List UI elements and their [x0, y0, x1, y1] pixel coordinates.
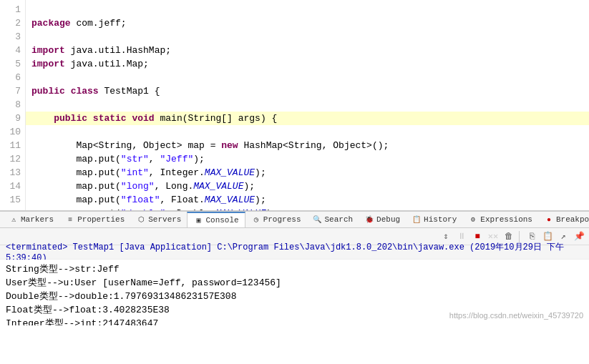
tab-search-label: Search	[324, 215, 353, 224]
tab-breakpoints[interactable]: ● Breakpoints	[538, 212, 589, 227]
code-editor[interactable]: 1 2 3 4 5 6 7 8 9 10 11 12 13 14 15 pack…	[0, 0, 589, 211]
console-area: ⇕ ⏸ ■ ✕✕ 🗑 ⎘ 📋 ↗ 📌 <terminated> TestMap1…	[0, 228, 589, 325]
watermark: https://blog.csdn.net/weixin_45739720	[449, 309, 583, 323]
search-icon: 🔍	[312, 215, 322, 225]
code-line-7	[31, 99, 37, 110]
history-icon: 📋	[412, 215, 422, 225]
tab-search[interactable]: 🔍 Search	[306, 212, 359, 227]
tab-expressions[interactable]: ⚙ Expressions	[462, 212, 538, 227]
console-icon: ▣	[193, 215, 203, 225]
tab-debug[interactable]: 🐞 Debug	[359, 212, 406, 227]
code-line-4: import java.util.Map;	[31, 59, 149, 69]
tab-breakpoints-label: Breakpoints	[556, 215, 589, 224]
code-line-6: public class TestMap1 {	[31, 86, 160, 97]
tab-history[interactable]: 📋 History	[406, 212, 462, 227]
console-output-line-3: Double类型-->double:1.7976931348623157E308	[6, 290, 583, 303]
console-output-line-2: User类型-->u:User [userName=Jeff, password…	[6, 276, 583, 290]
tab-console[interactable]: ▣ Console	[187, 212, 245, 227]
tab-progress[interactable]: ◷ Progress	[245, 212, 307, 227]
code-line-3: import java.util.HashMap;	[31, 45, 171, 56]
servers-icon: ⬡	[136, 215, 146, 225]
tab-debug-label: Debug	[376, 215, 400, 224]
code-line-13: map.put("float", Float.MAX_VALUE);	[31, 195, 266, 205]
code-line-5	[31, 72, 37, 83]
code-line-1: package com.jeff;	[31, 18, 127, 29]
tab-properties-label: Properties	[77, 215, 125, 224]
debug-icon: 🐞	[364, 215, 374, 225]
code-scrollbar[interactable]	[0, 210, 589, 211]
tab-servers[interactable]: ⬡ Servers	[130, 212, 187, 227]
tab-properties[interactable]: ≡ Properties	[59, 212, 130, 227]
bottom-toolbar: ⚠ Markers ≡ Properties ⬡ Servers ▣ Conso…	[0, 211, 589, 228]
code-line-2	[31, 31, 37, 42]
breakpoints-icon: ●	[544, 215, 554, 225]
console-output-line-1: String类型-->str:Jeff	[6, 262, 583, 276]
code-line-8: public static void main(String[] args) {	[26, 112, 589, 125]
code-line-10: map.put("str", "Jeff");	[31, 154, 205, 164]
expressions-icon: ⚙	[468, 215, 478, 225]
console-output[interactable]: String类型-->str:Jeff User类型-->u:User [use…	[0, 260, 589, 325]
tab-console-label: Console	[205, 216, 238, 225]
code-line-9: Map<String, Object> map = new HashMap<St…	[31, 140, 389, 151]
code-content[interactable]: package com.jeff; import java.util.HashM…	[26, 0, 589, 210]
code-line-11: map.put("int", Integer.MAX_VALUE);	[31, 167, 266, 178]
line-numbers: 1 2 3 4 5 6 7 8 9 10 11 12 13 14 15	[0, 0, 26, 210]
tab-servers-label: Servers	[148, 215, 181, 224]
code-line-12: map.put("long", Long.MAX_VALUE);	[31, 181, 255, 192]
tab-expressions-label: Expressions	[480, 215, 532, 224]
tab-markers[interactable]: ⚠ Markers	[3, 212, 59, 227]
tab-history-label: History	[424, 215, 457, 224]
properties-icon: ≡	[65, 215, 75, 225]
tab-markers-label: Markers	[21, 215, 54, 224]
markers-icon: ⚠	[9, 215, 19, 225]
progress-icon: ◷	[251, 215, 261, 225]
tab-progress-label: Progress	[263, 215, 301, 224]
status-line: <terminated> TestMap1 [Java Application]…	[0, 245, 589, 260]
